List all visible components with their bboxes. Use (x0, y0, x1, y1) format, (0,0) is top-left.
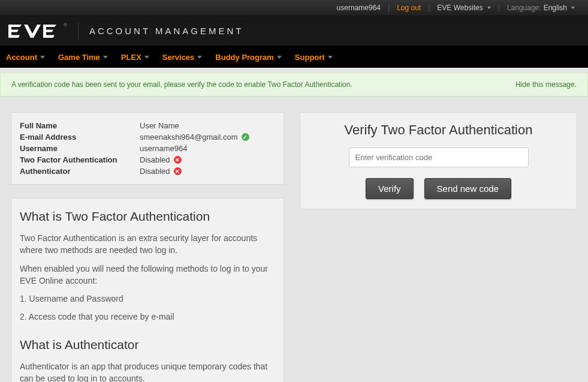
tfa-heading: What is Two Factor Authentication (20, 209, 275, 224)
separator: | (427, 4, 431, 12)
verify-heading: Verify Two Factor Authentication (310, 122, 567, 138)
chevron-down-icon (328, 56, 333, 59)
separator: | (387, 4, 391, 12)
verify-button[interactable]: Verify (366, 178, 414, 199)
tfa-paragraph-2: When enabled you will need the following… (20, 263, 275, 287)
chevron-down-icon (487, 7, 491, 9)
check-icon: ✓ (242, 133, 249, 141)
verification-code-input[interactable] (349, 148, 529, 167)
nav-plex[interactable]: PLEX (121, 53, 149, 62)
nav-services[interactable]: Services (162, 53, 203, 62)
topbar-username[interactable]: username964 (331, 4, 387, 12)
registered-icon: ® (64, 22, 67, 28)
alert-success: A verification code has been sent to you… (0, 73, 588, 97)
info-row-fullname: Full Name User Name (20, 120, 275, 131)
info-row-authenticator: Authenticator Disabled✕ (20, 166, 275, 177)
topbar: username964 | Log out | EVE Websites | L… (0, 0, 588, 16)
chevron-down-icon (571, 7, 575, 9)
language-menu[interactable]: Language: English (501, 4, 581, 12)
cross-icon: ✕ (174, 156, 182, 164)
main-nav: Account Game Time PLEX Services Buddy Pr… (0, 46, 588, 68)
authenticator-heading: What is Authenticator (20, 338, 275, 352)
tfa-method-1: 1. Username and Password (20, 293, 275, 305)
nav-buddy-program[interactable]: Buddy Program (215, 53, 282, 62)
authenticator-paragraph: Authenticator is an app that produces un… (20, 360, 275, 382)
header: ® ACCOUNT MANAGEMENT (0, 16, 588, 46)
chevron-down-icon (144, 56, 149, 59)
logout-link[interactable]: Log out (391, 4, 427, 12)
verify-panel: Verify Two Factor Authentication Verify … (300, 112, 577, 209)
nav-support[interactable]: Support (295, 53, 333, 62)
chevron-down-icon (197, 56, 202, 59)
info-row-username: Username username964 (20, 143, 275, 154)
info-row-tfa: Two Factor Authentication Disabled✕ (20, 154, 275, 166)
explanation-panel: What is Two Factor Authentication Two Fa… (11, 198, 284, 382)
info-row-email: E-mail Address smeenakshi964@gmail.com✓ (20, 131, 275, 143)
account-info-panel: Full Name User Name E-mail Address smeen… (11, 112, 284, 185)
chevron-down-icon (103, 56, 108, 59)
divider (78, 22, 79, 40)
send-new-code-button[interactable]: Send new code (424, 178, 511, 199)
eve-logo[interactable]: ® (8, 25, 67, 38)
alert-message: A verification code has been sent to you… (11, 80, 352, 89)
page-title: ACCOUNT MANAGEMENT (89, 26, 244, 36)
tfa-method-2: 2. Access code that you receive by e-mai… (20, 311, 275, 323)
hide-message-link[interactable]: Hide this message. (515, 80, 577, 89)
separator: | (497, 4, 501, 12)
cross-icon: ✕ (174, 167, 182, 175)
chevron-down-icon (40, 56, 45, 59)
chevron-down-icon (277, 56, 282, 59)
nav-game-time[interactable]: Game Time (58, 53, 108, 62)
tfa-paragraph-1: Two Factor Authentication is an extra se… (20, 232, 275, 257)
eve-websites-menu[interactable]: EVE Websites (431, 4, 496, 12)
nav-account[interactable]: Account (6, 53, 45, 62)
